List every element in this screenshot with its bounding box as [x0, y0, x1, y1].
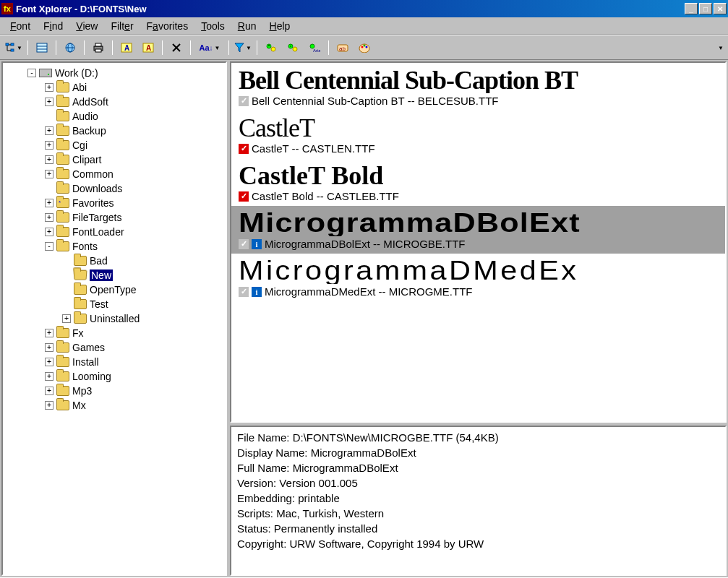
fav-remove-button[interactable]: [283, 39, 302, 56]
filter-button[interactable]: ▼: [234, 39, 252, 56]
expand-toggle[interactable]: +: [45, 170, 53, 178]
expand-toggle[interactable]: +: [45, 126, 53, 135]
menu-font[interactable]: Font: [4, 19, 36, 33]
tree-drive[interactable]: Work (D:): [55, 67, 98, 79]
expand-toggle[interactable]: -: [45, 242, 53, 251]
tree-label[interactable]: Abi: [72, 82, 87, 93]
expand-toggle[interactable]: -: [27, 69, 36, 77]
tree-label[interactable]: Bad: [90, 255, 108, 267]
tree-node-backup[interactable]: +Backup: [6, 124, 223, 138]
menu-view[interactable]: View: [70, 19, 103, 33]
tree-label[interactable]: Fx: [72, 327, 84, 339]
close-button[interactable]: ✕: [714, 3, 727, 14]
tree-node-test[interactable]: Test: [6, 297, 223, 311]
tree-node-fonts[interactable]: -Fonts: [6, 239, 223, 254]
tree-label[interactable]: Test: [90, 298, 108, 310]
menu-find[interactable]: Find: [38, 19, 69, 33]
menu-run[interactable]: Run: [232, 19, 262, 33]
tree-label[interactable]: Favorites: [72, 197, 114, 209]
tree-node-opentype[interactable]: OpenType: [6, 282, 223, 297]
tree-node-addsoft[interactable]: +AddSoft: [6, 95, 223, 109]
tree-label[interactable]: Fonts: [72, 241, 98, 252]
tree-label[interactable]: Looming: [72, 371, 111, 382]
tree-label[interactable]: Mp3: [72, 385, 92, 397]
tree-node-uninstalled[interactable]: +Uninstalled: [6, 311, 223, 326]
tree-node-abi[interactable]: +Abi: [6, 80, 223, 95]
tree-node-clipart[interactable]: +Clipart: [6, 152, 223, 167]
tree-node-filetargets[interactable]: +FileTargets: [6, 210, 223, 225]
menu-help[interactable]: Help: [264, 19, 296, 33]
tree-node-cgi[interactable]: +Cgi: [6, 138, 223, 152]
expand-toggle[interactable]: +: [45, 213, 53, 222]
tree-node-mx[interactable]: +Mx: [6, 398, 223, 413]
check-icon[interactable]: ✓: [239, 191, 249, 202]
tree-label[interactable]: Downloads: [72, 183, 122, 194]
folder-tree[interactable]: -Work (D:)+Abi+AddSoftAudio+Backup+Cgi+C…: [3, 63, 226, 574]
tree-node-audio[interactable]: Audio: [6, 109, 223, 124]
tree-label[interactable]: Games: [72, 342, 105, 353]
fav-arial-button[interactable]: Arial: [305, 39, 324, 56]
menu-favorites[interactable]: Favorites: [141, 19, 194, 33]
sample-text-button[interactable]: ab: [333, 39, 352, 56]
tree-label[interactable]: FontLoader: [72, 226, 124, 238]
expand-toggle[interactable]: +: [45, 83, 53, 92]
charmap-button[interactable]: [61, 39, 80, 56]
maximize-button[interactable]: □: [699, 3, 712, 14]
expand-toggle[interactable]: +: [45, 372, 53, 381]
expand-toggle[interactable]: +: [45, 141, 53, 150]
details-view-button[interactable]: [33, 39, 51, 56]
tree-label[interactable]: Audio: [72, 111, 98, 122]
uninstall-font-button[interactable]: A: [139, 39, 158, 56]
print-button[interactable]: [89, 39, 108, 56]
tree-mode-button[interactable]: ▼: [4, 39, 23, 56]
tree-label[interactable]: Cgi: [72, 139, 87, 151]
expand-toggle[interactable]: +: [45, 98, 53, 106]
expand-toggle[interactable]: +: [45, 329, 53, 337]
expand-toggle[interactable]: +: [45, 199, 53, 207]
tree-node-install[interactable]: +Install: [6, 355, 223, 369]
fav-add-button[interactable]: [262, 39, 281, 56]
expand-toggle[interactable]: +: [45, 343, 53, 352]
tree-node-looming[interactable]: +Looming: [6, 369, 223, 384]
font-details-panel[interactable]: File Name: D:\FONTS\New\MICROGBE.TTF (54…: [230, 426, 727, 576]
tree-label[interactable]: Clipart: [72, 154, 101, 165]
tree-node-favorites[interactable]: +*Favorites: [6, 196, 223, 210]
menu-tools[interactable]: Tools: [195, 19, 231, 33]
check-icon[interactable]: ✓: [239, 144, 249, 154]
font-item[interactable]: Bell Centennial Sub-Caption BT✓Bell Cent…: [231, 63, 725, 111]
preview-options-button[interactable]: [355, 39, 374, 56]
font-list-panel[interactable]: Bell Centennial Sub-Caption BT✓Bell Cent…: [230, 61, 727, 423]
tree-label[interactable]: Common: [72, 168, 114, 180]
font-item[interactable]: CastleT✓CastleT -- CASTLEN.TTF: [231, 111, 725, 158]
minimize-button[interactable]: _: [685, 3, 698, 14]
expand-toggle[interactable]: +: [45, 387, 53, 395]
tree-node-new[interactable]: New: [6, 268, 223, 282]
tree-node-mp3[interactable]: +Mp3: [6, 384, 223, 398]
tree-node-downloads[interactable]: Downloads: [6, 181, 223, 196]
font-item[interactable]: MicrogrammaDMedEx✓iMicrogrammaDMedExt --…: [231, 254, 725, 301]
menu-filter[interactable]: Filter: [105, 19, 139, 33]
toolbar-overflow[interactable]: ▼: [718, 45, 724, 51]
tree-label[interactable]: New: [90, 269, 113, 281]
tree-node-fontloader[interactable]: +FontLoader: [6, 225, 223, 239]
tree-label[interactable]: Uninstalled: [90, 313, 140, 324]
check-icon[interactable]: ✓: [239, 96, 249, 106]
tree-label[interactable]: Install: [72, 356, 99, 368]
tree-label[interactable]: AddSoft: [72, 96, 108, 108]
tree-node-bad[interactable]: Bad: [6, 254, 223, 268]
expand-toggle[interactable]: +: [45, 358, 53, 366]
install-font-button[interactable]: A: [117, 39, 136, 56]
font-item[interactable]: MicrogrammaDBolExt✓iMicrogrammaDBolExt -…: [231, 206, 725, 254]
tree-node-fx[interactable]: +Fx: [6, 326, 223, 340]
check-icon[interactable]: ✓: [239, 239, 249, 249]
font-item[interactable]: CastleT Bold✓CastleT Bold -- CASTLEB.TTF: [231, 158, 725, 206]
expand-toggle[interactable]: +: [62, 314, 71, 323]
tree-label[interactable]: Backup: [72, 125, 106, 137]
tree-label[interactable]: OpenType: [90, 284, 137, 296]
expand-toggle[interactable]: +: [45, 228, 53, 236]
sort-button[interactable]: Aa↓ ▼: [195, 39, 224, 56]
check-icon[interactable]: ✓: [239, 287, 249, 297]
expand-toggle[interactable]: +: [45, 155, 53, 164]
expand-toggle[interactable]: +: [45, 401, 53, 410]
tree-label[interactable]: FileTargets: [72, 212, 121, 223]
